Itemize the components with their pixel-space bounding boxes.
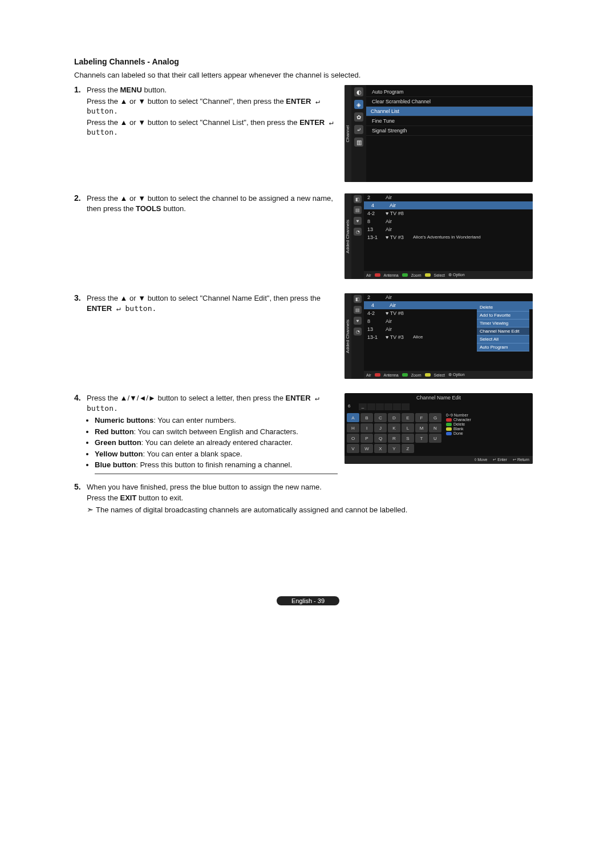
yellow-pill-icon — [425, 373, 431, 377]
key: C — [374, 413, 387, 422]
popup-item: Select All — [477, 335, 529, 343]
key: J — [374, 423, 387, 432]
key: G — [429, 413, 441, 422]
screenshot-context-menu: Added Channels ◧ ▤ ♥ ◔ 2Air4Air4-2♥ TV #… — [345, 293, 533, 379]
added-icon: ▤ — [354, 206, 362, 214]
programmed-icon: ◔ — [354, 328, 362, 335]
side-label: Added Channels — [346, 219, 351, 253]
blue-pill-icon — [446, 432, 452, 435]
step-number: 3. — [74, 293, 87, 302]
popup-item: Auto Program — [477, 343, 529, 351]
side-label: Added Channels — [346, 319, 351, 353]
all-icon: ◧ — [354, 195, 362, 203]
edit-footer: ◊ Move ↵ Enter ↩ Return — [345, 456, 533, 464]
application-icon: ▥ — [354, 138, 363, 147]
step2-line1: Press the ▲ or ▼ button to select the ch… — [87, 193, 338, 213]
step-number: 2. — [74, 193, 87, 203]
step5-note: ➣The names of digital broadcasting chann… — [87, 504, 538, 515]
step-number: 5. — [74, 482, 87, 491]
key: Y — [388, 444, 400, 453]
key: U — [429, 434, 441, 443]
tools-popup: DeleteAdd to FavoriteTimer ViewingChanne… — [477, 304, 529, 351]
red-pill-icon — [375, 373, 380, 377]
menu-item: Clear Scrambled Channel — [366, 97, 533, 107]
edit-row: 6 _ — [345, 402, 533, 411]
key: W — [360, 444, 373, 453]
popup-item: Delete — [477, 304, 529, 312]
menu-item: Fine Tune — [366, 116, 533, 126]
screenshot-added-channels: Added Channels ◧ ▤ ♥ ◔ 2Air4Air4-2♥ TV #… — [345, 193, 533, 279]
key: X — [374, 444, 387, 453]
favorite-icon: ♥ — [354, 217, 362, 225]
green-pill-icon — [446, 423, 452, 426]
key: Q — [374, 434, 387, 443]
page-footer: English - 39 — [74, 596, 542, 605]
green-pill-icon — [402, 373, 408, 377]
screenshot-channel-menu: Channel ◐ ◈ ✿ ⤶ ▥ Auto ProgramClear Scra… — [345, 85, 533, 182]
key: A — [347, 413, 359, 422]
channel-icon: ◈ — [354, 100, 363, 109]
step4-line1: Press the ▲/▼/◄/► button to select a let… — [87, 393, 338, 413]
step-number: 4. — [74, 393, 87, 402]
setup-icon: ✿ — [354, 112, 363, 122]
key: F — [415, 413, 428, 422]
key: T — [415, 434, 428, 443]
key: H — [347, 423, 359, 432]
red-pill-icon — [446, 418, 452, 422]
input-icon: ⤶ — [354, 125, 363, 134]
key: V — [347, 444, 359, 453]
key: P — [360, 434, 373, 443]
screenshot-footer: Air Antenna Zoom Select ⚙ Option — [364, 371, 533, 379]
edit-title: Channel Name Edit — [345, 393, 533, 402]
programmed-icon: ◔ — [354, 228, 362, 236]
channel-row: 4Air — [364, 201, 533, 209]
note-icon: ➣ — [87, 505, 94, 514]
channel-row: 2Air — [364, 193, 533, 201]
key: K — [388, 423, 400, 432]
channel-row: 13-1♥ TV #3Alice's Adventures in Wonderl… — [364, 233, 533, 241]
step3-line1: Press the ▲ or ▼ button to select "Chann… — [87, 293, 338, 313]
key: S — [402, 434, 414, 443]
popup-item: Timer Viewing — [477, 320, 529, 328]
popup-item: Add to Favorite — [477, 312, 529, 320]
key: E — [402, 413, 414, 422]
step1-line2: Press the ▲ or ▼ button to select "Chann… — [87, 96, 338, 116]
step5-line1: When you have finished, press the blue b… — [87, 482, 538, 492]
key: N — [429, 423, 441, 432]
step1-line3: Press the ▲ or ▼ button to select "Chann… — [87, 118, 338, 138]
step-number: 1. — [74, 85, 87, 94]
key: D — [388, 413, 400, 422]
added-icon: ▤ — [354, 306, 362, 314]
key: L — [402, 423, 414, 432]
channel-row: 4-2♥ TV #8 — [364, 209, 533, 217]
keyboard-legend: 0~9 Number Character Delete Blank Done — [444, 411, 473, 456]
channel-row: 13Air — [364, 225, 533, 233]
favorite-icon: ♥ — [354, 317, 362, 325]
all-icon: ◧ — [354, 295, 362, 303]
key: M — [415, 423, 428, 432]
menu-item: Signal Strength — [366, 126, 533, 136]
popup-item: Channel Name Edit — [477, 328, 529, 335]
section-title: Labeling Channels - Analog — [74, 57, 542, 66]
key: Z — [402, 444, 414, 453]
key: B — [360, 413, 373, 422]
side-label: Channel — [346, 125, 351, 142]
yellow-pill-icon — [446, 427, 452, 431]
keyboard: ABCDEFGHIJKLMNOPQRSTUVWXYZ — [345, 411, 444, 456]
key: R — [388, 434, 400, 443]
green-pill-icon — [402, 273, 408, 277]
step4-bullets: Numeric buttons: You can enter numbers. … — [95, 415, 338, 474]
intro-text: Channels can labeled so that their call … — [74, 71, 542, 79]
key: I — [360, 423, 373, 432]
menu-item: Channel List — [366, 107, 533, 116]
channel-row: 8Air — [364, 217, 533, 225]
step1-line1: Press the MENU button. — [87, 85, 338, 95]
screenshot-footer: Air Antenna Zoom Select ⚙ Option — [364, 271, 533, 279]
red-pill-icon — [375, 273, 380, 277]
screenshot-name-edit: Channel Name Edit 6 _ ABCDEFGHIJKLMNOPQR… — [345, 393, 533, 464]
yellow-pill-icon — [425, 273, 431, 277]
picture-icon: ◐ — [354, 87, 363, 96]
key: O — [347, 434, 359, 443]
channel-row: 2Air — [364, 293, 533, 301]
step5-line2: Press the EXIT button to exit. — [87, 493, 538, 503]
